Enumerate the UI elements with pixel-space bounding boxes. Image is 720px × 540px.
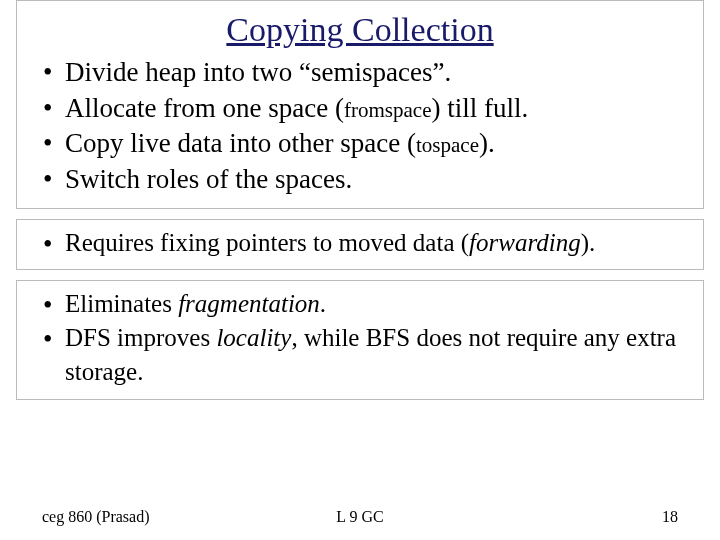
bullet-list-forwarding: Requires fixing pointers to moved data (…: [17, 226, 703, 260]
bullet-text: Requires fixing pointers to moved data (: [65, 229, 469, 256]
bullet-list-notes: Eliminates fragmentation. DFS improves l…: [17, 287, 703, 388]
term-locality: locality: [216, 324, 291, 351]
bullet-item: Divide heap into two “semispaces”.: [43, 55, 693, 91]
group-main: Copying Collection Divide heap into two …: [16, 0, 704, 209]
bullet-text: Switch roles of the spaces.: [65, 164, 352, 194]
term-fromspace: fromspace: [344, 98, 432, 122]
bullet-item: Eliminates fragmentation.: [43, 287, 693, 321]
bullet-text: Divide heap into two “semispaces”.: [65, 57, 451, 87]
bullet-text: Allocate from one space (: [65, 93, 344, 123]
bullet-text: ).: [479, 128, 495, 158]
bullet-text: Eliminates: [65, 290, 178, 317]
term-tospace: tospace: [416, 133, 479, 157]
bullet-text: .: [320, 290, 326, 317]
bullet-text: ) till full.: [432, 93, 529, 123]
bullet-item: Copy live data into other space (tospace…: [43, 126, 693, 162]
slide-title: Copying Collection: [17, 11, 703, 49]
footer-center: L 9 GC: [0, 508, 720, 526]
bullet-list-main: Divide heap into two “semispaces”. Alloc…: [17, 55, 703, 198]
footer: L 9 GC ceg 860 (Prasad) 18: [0, 508, 720, 526]
group-notes: Eliminates fragmentation. DFS improves l…: [16, 280, 704, 399]
bullet-text: ).: [581, 229, 596, 256]
bullet-text: Copy live data into other space (: [65, 128, 416, 158]
bullet-text: DFS improves: [65, 324, 216, 351]
term-forwarding: forwarding: [469, 229, 581, 256]
term-fragmentation: fragmentation: [178, 290, 320, 317]
bullet-item: Allocate from one space (fromspace) till…: [43, 91, 693, 127]
bullet-item: Switch roles of the spaces.: [43, 162, 693, 198]
bullet-item: DFS improves locality, while BFS does no…: [43, 321, 693, 389]
group-forwarding: Requires fixing pointers to moved data (…: [16, 219, 704, 271]
bullet-item: Requires fixing pointers to moved data (…: [43, 226, 693, 260]
slide: Copying Collection Divide heap into two …: [0, 0, 720, 540]
